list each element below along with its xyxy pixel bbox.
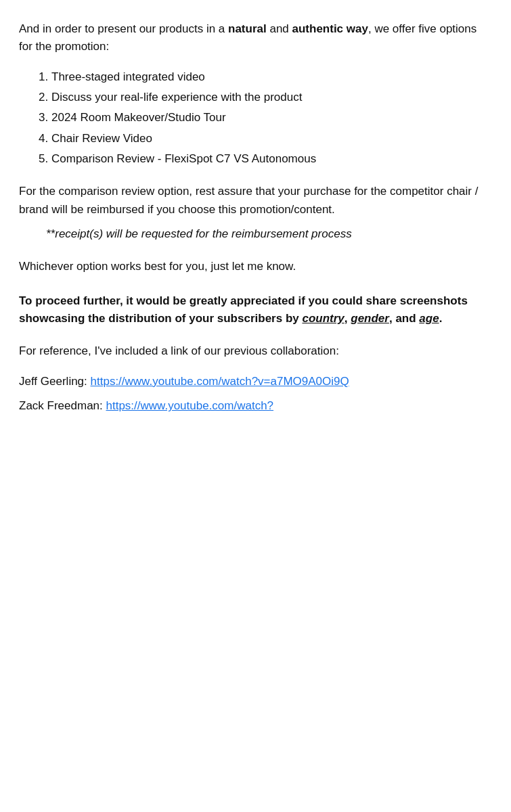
intro-paragraph: And in order to present our products in … [19,20,489,56]
options-list: Three-staged integrated video Discuss yo… [51,68,489,168]
proceed-country-link[interactable]: country [302,312,344,325]
collaborator-link-zack[interactable]: https://www.youtube.com/watch? [106,399,274,412]
collaborator-line-jeff: Jeff Geerling: https://www.youtube.com/w… [19,373,489,390]
collaborator-name-zack: Zack Freedman [19,399,99,412]
proceed-text-4: . [439,312,443,325]
list-item: Comparison Review - FlexiSpot C7 VS Auto… [51,150,489,168]
proceed-text-3: , and [389,312,419,325]
list-item: Discuss your real-life experience with t… [51,89,489,106]
comparison-note: For the comparison review option, rest a… [19,183,489,219]
proceed-block: To proceed further, it would be greatly … [19,292,489,328]
intro-bold-authentic: authentic way [292,22,368,35]
collaborator-link-jeff[interactable]: https://www.youtube.com/watch?v=a7MO9A0O… [91,375,349,388]
list-item: 2024 Room Makeover/Studio Tour [51,109,489,127]
collaborator-line-zack: Zack Freedman: https://www.youtube.com/w… [19,397,489,415]
whichever-text: Whichever option works best for you, jus… [19,258,489,275]
receipt-note: **receipt(s) will be requested for the r… [46,225,489,243]
proceed-gender-link[interactable]: gender [351,312,389,325]
proceed-text-2: , [345,312,351,325]
proceed-age-link[interactable]: age [419,312,439,325]
list-item: Three-staged integrated video [51,68,489,86]
intro-text-2: and [267,22,292,35]
collaborator-name-jeff: Jeff Geerling [19,375,84,388]
reference-intro: For reference, I've included a link of o… [19,342,489,360]
intro-text-1: And in order to present our products in … [19,22,228,35]
intro-bold-natural: natural [228,22,267,35]
list-item: Chair Review Video [51,130,489,148]
